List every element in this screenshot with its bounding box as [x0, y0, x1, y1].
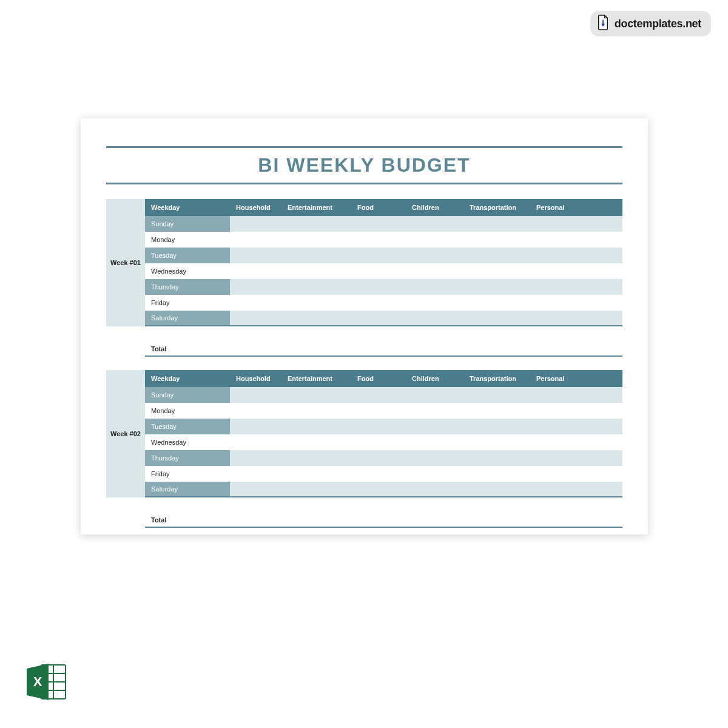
brand-badge: doctemplates.net: [590, 11, 711, 36]
col-transportation: Transportation: [463, 375, 530, 382]
col-household: Household: [230, 204, 281, 211]
col-food: Food: [351, 204, 406, 211]
week-grid-2: Weekday Household Entertainment Food Chi…: [145, 370, 622, 497]
table-row: Wednesday: [145, 434, 622, 450]
table-row: Thursday: [145, 450, 622, 466]
day-cell: Saturday: [145, 311, 230, 325]
day-cell: Friday: [145, 470, 230, 477]
day-cell: Sunday: [145, 387, 230, 403]
grid-header-2: Weekday Household Entertainment Food Chi…: [145, 370, 622, 387]
total-label: Total: [145, 516, 230, 524]
day-cell: Tuesday: [145, 419, 230, 434]
day-cell: Sunday: [145, 216, 230, 232]
table-row: Tuesday: [145, 248, 622, 263]
col-household: Household: [230, 375, 281, 382]
doc-icon: [596, 15, 610, 33]
excel-icon: X: [24, 660, 68, 704]
total-row-2: Total: [145, 513, 622, 528]
title-rule-bottom: [106, 183, 622, 184]
table-row: Thursday: [145, 279, 622, 295]
day-cell: Tuesday: [145, 248, 230, 263]
svg-text:X: X: [33, 674, 42, 689]
day-cell: Monday: [145, 407, 230, 414]
col-weekday: Weekday: [145, 375, 230, 382]
document-title: BI WEEKLY BUDGET: [106, 154, 622, 177]
grid-header-1: Weekday Household Entertainment Food Chi…: [145, 199, 622, 216]
week-block-2: Week #02 Weekday Household Entertainment…: [106, 370, 622, 497]
table-row: Saturday: [145, 311, 622, 326]
col-children: Children: [406, 204, 463, 211]
table-row: Sunday: [145, 216, 622, 232]
table-row: Monday: [145, 232, 622, 248]
week-block-1: Week #01 Weekday Household Entertainment…: [106, 199, 622, 326]
col-entertainment: Entertainment: [281, 204, 351, 211]
day-cell: Friday: [145, 299, 230, 306]
col-weekday: Weekday: [145, 204, 230, 211]
table-row: Saturday: [145, 482, 622, 497]
day-cell: Thursday: [145, 450, 230, 466]
brand-text: doctemplates.net: [615, 18, 701, 30]
col-transportation: Transportation: [463, 204, 530, 211]
table-row: Friday: [145, 295, 622, 311]
day-cell: Saturday: [145, 482, 230, 496]
col-personal: Personal: [530, 375, 585, 382]
day-cell: Monday: [145, 236, 230, 243]
day-cell: Thursday: [145, 279, 230, 295]
total-row-1: Total: [145, 342, 622, 357]
week-label-1: Week #01: [106, 199, 145, 326]
table-row: Sunday: [145, 387, 622, 403]
col-food: Food: [351, 375, 406, 382]
total-label: Total: [145, 345, 230, 352]
document-card: BI WEEKLY BUDGET Week #01 Weekday Househ…: [81, 118, 648, 534]
day-cell: Wednesday: [145, 439, 230, 446]
table-row: Monday: [145, 403, 622, 419]
table-row: Wednesday: [145, 263, 622, 279]
day-cell: Wednesday: [145, 268, 230, 275]
col-children: Children: [406, 375, 463, 382]
title-rule-top: [106, 146, 622, 148]
table-row: Friday: [145, 466, 622, 482]
week-grid-1: Weekday Household Entertainment Food Chi…: [145, 199, 622, 326]
table-row: Tuesday: [145, 419, 622, 434]
col-personal: Personal: [530, 204, 585, 211]
col-entertainment: Entertainment: [281, 375, 351, 382]
week-label-2: Week #02: [106, 370, 145, 497]
